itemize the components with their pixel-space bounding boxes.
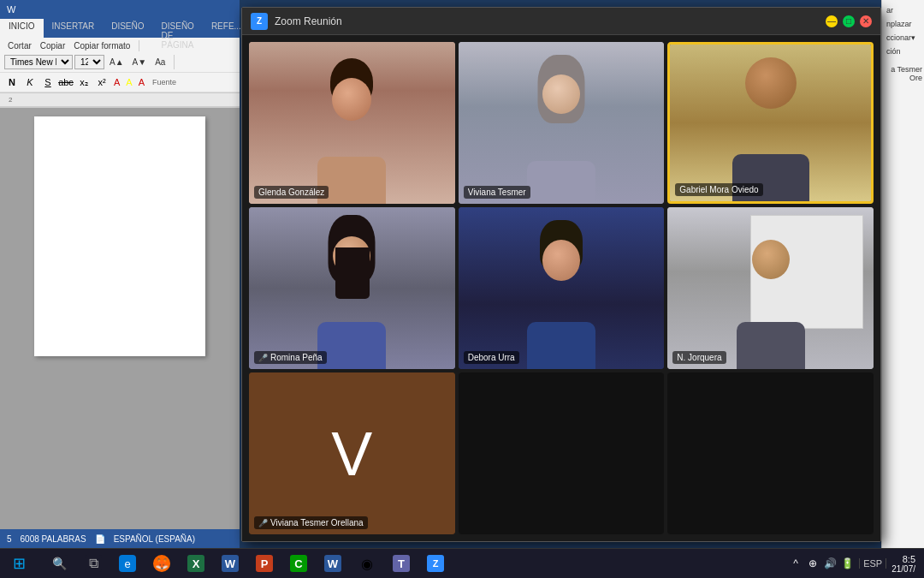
fuente-label: Fuente <box>152 78 176 86</box>
njorquera-label: N. Jorquera <box>672 351 726 364</box>
font-shrink-button[interactable]: A▼ <box>129 57 151 68</box>
word-format-bar: N K S abc x₂ x² A A A Fuente <box>0 73 240 92</box>
tab-insertar[interactable]: INSERTAR <box>44 19 104 38</box>
right-edit: ción <box>885 45 921 57</box>
zoom-title-text: Zoom Reunión <box>275 15 342 27</box>
glenda-label: Glenda González <box>254 186 329 199</box>
font-size-select[interactable]: 12 <box>74 55 104 69</box>
maximize-button[interactable]: □ <box>843 15 855 27</box>
zoom-window-controls: — □ ✕ <box>826 15 872 27</box>
paste-format-button[interactable]: Copiar formato <box>70 40 133 51</box>
systray-expand[interactable]: ^ <box>789 557 803 570</box>
participant-tile-romina[interactable]: 🎤 Romina Peña <box>249 207 455 369</box>
font-color2[interactable]: A <box>139 77 145 87</box>
mic-muted-icon-viviana2: 🎤 <box>258 519 268 527</box>
taskbar-icons: 🔍 ⧉ e 🦊 X W P C W <box>38 549 780 579</box>
taskbar-corel[interactable]: C <box>283 549 314 579</box>
taskbar-excel[interactable]: X <box>181 549 211 579</box>
chrome-icon: ◉ <box>358 555 376 572</box>
participant-tile-debora[interactable]: Debora Urra <box>459 207 665 369</box>
language-indicator[interactable]: ESP <box>859 558 886 569</box>
taskbar-word2[interactable]: W <box>317 549 348 579</box>
zoom-titlebar: Z Zoom Reunión — □ ✕ <box>242 8 880 35</box>
italic-button[interactable]: K <box>22 74 38 90</box>
right-toolbar: ar nplazar ccionar▾ ción <box>882 0 924 62</box>
font-grow-button[interactable]: A▲ <box>106 57 127 68</box>
underline-button[interactable]: S <box>40 74 56 90</box>
clear-format-button[interactable]: Aa <box>151 57 169 68</box>
systray-icons: ^ ⊕ 🔊 🔋 <box>789 557 854 570</box>
taskbar-edge[interactable]: e <box>112 549 143 579</box>
clipboard-group: Cortar Copiar Copiar formato <box>4 40 139 51</box>
word-statusbar: 5 6008 PALABRAS 📄 ESPAÑOL (ESPAÑA) <box>0 529 240 548</box>
taskbar-word[interactable]: W <box>215 549 246 579</box>
participant-tile-empty1 <box>459 372 665 534</box>
word-page <box>34 116 205 356</box>
font-select[interactable]: Times New Ro <box>4 55 73 69</box>
taskbar-right: ^ ⊕ 🔊 🔋 ESP 8:5 21/07/ <box>780 554 924 574</box>
top-right-user: a Tesmer Ore <box>882 62 924 86</box>
word-ribbon: INICIO INSERTAR DISEÑO DISEÑO DE PÁGINA … <box>0 19 240 108</box>
right-search[interactable]: ar <box>885 4 921 16</box>
taskbar-taskview[interactable]: ⧉ <box>78 549 109 579</box>
bold-button[interactable]: N <box>4 74 20 90</box>
participant-tile-gabriel[interactable]: Gabriel Mora Oviedo <box>667 42 874 204</box>
systray-volume[interactable]: 🔊 <box>823 557 837 570</box>
taskbar-chrome[interactable]: ◉ <box>352 549 382 579</box>
tab-diseno-pagina[interactable]: DISEÑO DE PÁGINA <box>153 19 203 38</box>
right-select[interactable]: ccionar▾ <box>885 32 921 44</box>
cut-button[interactable]: Cortar <box>4 40 35 51</box>
word-count: 6008 PALABRAS <box>21 534 86 544</box>
close-button[interactable]: ✕ <box>860 15 872 27</box>
corel-icon: C <box>290 555 307 572</box>
zoom-logo-icon: Z <box>251 13 268 30</box>
clock[interactable]: 8:5 21/07/ <box>891 554 915 574</box>
word-app-right: ar nplazar ccionar▾ ción a Tesmer Ore <box>881 0 924 548</box>
language-info: ESPAÑOL (ESPAÑA) <box>114 534 195 544</box>
taskbar-search[interactable]: 🔍 <box>44 549 74 579</box>
systray-network[interactable]: ⊕ <box>806 557 820 570</box>
superscript-button[interactable]: x² <box>94 74 110 90</box>
taskbar-firefox[interactable]: 🦊 <box>146 549 177 579</box>
avatar-letter: V <box>331 419 372 489</box>
search-icon: 🔍 <box>50 555 68 572</box>
taskview-icon: ⧉ <box>85 555 102 572</box>
text-color-button[interactable]: A <box>114 77 120 87</box>
desktop: W INICIO INSERTAR DISEÑO DISEÑO DE PÁGIN… <box>0 0 924 578</box>
word-tabs: INICIO INSERTAR DISEÑO DISEÑO DE PÁGINA … <box>0 19 240 38</box>
viviana2-label: 🎤 Viviana Tesmer Orellana <box>254 516 368 529</box>
strikethrough-button[interactable]: abc <box>58 74 74 90</box>
taskbar-zoom[interactable]: Z <box>420 549 451 579</box>
copy-button[interactable]: Copiar <box>37 40 68 51</box>
participant-tile-njorquera[interactable]: N. Jorquera <box>667 207 874 369</box>
word-toolbar: Cortar Copiar Copiar formato Times New R… <box>0 38 240 73</box>
mic-muted-icon-romina: 🎤 <box>258 354 268 362</box>
word-icon-taskbar: W <box>222 555 239 572</box>
word-doc-area <box>0 108 240 536</box>
taskbar-powerpoint[interactable]: P <box>249 549 280 579</box>
right-replace[interactable]: nplazar <box>885 18 921 30</box>
gabriel-label: Gabriel Mora Oviedo <box>675 183 762 196</box>
start-button[interactable]: ⊞ <box>0 549 38 579</box>
word-ruler: 2 <box>0 93 240 107</box>
tab-inicio[interactable]: INICIO <box>0 19 44 38</box>
excel-icon: X <box>187 555 204 572</box>
minimize-button[interactable]: — <box>826 15 838 27</box>
taskbar: ⊞ 🔍 ⧉ e 🦊 X W P <box>0 548 924 578</box>
firefox-icon: 🦊 <box>153 555 170 572</box>
subscript-button[interactable]: x₂ <box>76 74 92 90</box>
edge-icon: e <box>119 555 136 572</box>
teams-icon: T <box>393 555 410 572</box>
participant-tile-viviana2[interactable]: V 🎤 Viviana Tesmer Orellana <box>249 372 455 534</box>
participant-tile-viviana[interactable]: Viviana Tesmer <box>459 42 665 204</box>
word2-icon: W <box>324 555 341 572</box>
taskbar-teams[interactable]: T <box>386 549 417 579</box>
systray-battery[interactable]: 🔋 <box>840 557 854 570</box>
word-app-left: W INICIO INSERTAR DISEÑO DISEÑO DE PÁGIN… <box>0 0 240 548</box>
participant-tile-empty2 <box>667 372 874 534</box>
participant-tile-glenda[interactable]: Glenda González <box>249 42 455 204</box>
debora-label: Debora Urra <box>464 351 519 364</box>
highlight-button[interactable]: A <box>126 77 132 87</box>
tab-diseno[interactable]: DISEÑO <box>103 19 152 38</box>
romina-label: 🎤 Romina Peña <box>254 351 327 364</box>
